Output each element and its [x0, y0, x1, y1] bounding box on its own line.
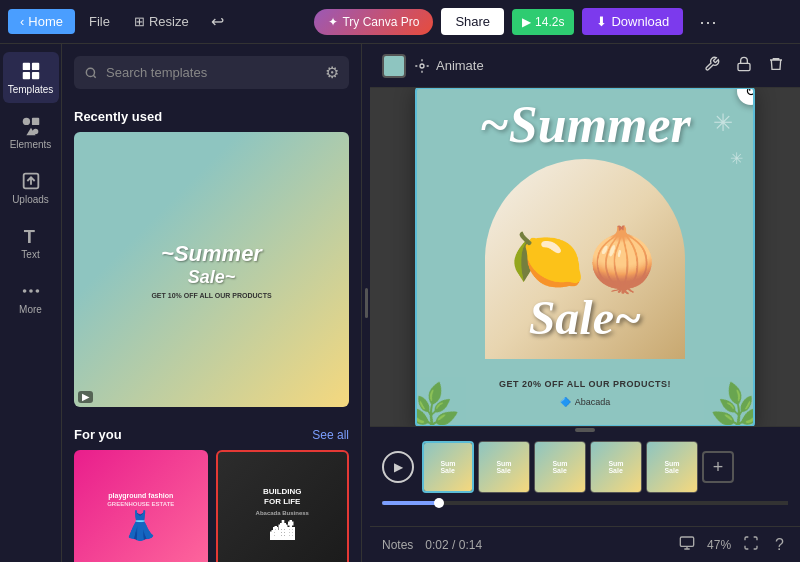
timeline-thumb-5[interactable]: SumSale	[646, 441, 698, 493]
timeline-thumb-3[interactable]: SumSale	[534, 441, 586, 493]
tilde-summer: ~Summer	[479, 96, 691, 153]
canvas-card[interactable]: 🌿 🌿 ✳ ✳ ~Summer 🍋🧅 Sale~ GET 20% OFF ALL…	[415, 88, 755, 426]
for-you-grid: playground fashion GREENHOUSE ESTATE 👗 B…	[62, 450, 361, 562]
template-item-building[interactable]: BUILDINGFOR LIFE Abacada Business 🏙 ▶	[216, 450, 350, 562]
download-icon: ⬇	[596, 14, 607, 29]
template-item-fashion[interactable]: playground fashion GREENHOUSE ESTATE 👗	[74, 450, 208, 562]
svg-rect-16	[680, 537, 693, 546]
sale-text: Sale~	[417, 290, 753, 345]
timeline-handle[interactable]	[434, 498, 444, 508]
svg-rect-15	[738, 63, 750, 70]
sidebar-icons: Templates Elements Uploads T Text	[0, 44, 62, 562]
panel-resize-handle[interactable]	[362, 44, 370, 562]
play-button[interactable]: ▶	[382, 451, 414, 483]
undo-button[interactable]: ↩	[203, 7, 232, 36]
timeline-thumb-2[interactable]: SumSale	[478, 441, 530, 493]
svg-rect-3	[31, 72, 38, 79]
recently-used-template[interactable]: ~Summer Sale~ GET 10% OFF ALL OUR PRODUC…	[74, 132, 349, 407]
timeline-thumb-4[interactable]: SumSale	[590, 441, 642, 493]
more-icon	[20, 280, 42, 302]
svg-rect-7	[32, 129, 38, 135]
wrench-icon	[704, 56, 720, 72]
svg-text:T: T	[23, 226, 34, 247]
animate-button[interactable]: Animate	[414, 58, 484, 74]
svg-point-12	[35, 289, 39, 293]
svg-point-14	[420, 64, 424, 68]
more-options-button[interactable]: ⋯	[691, 5, 725, 39]
zoom-button[interactable]: 47%	[707, 538, 731, 552]
monitor-view-button[interactable]	[675, 533, 699, 557]
resize-icon: ⊞	[134, 14, 145, 29]
lock-button[interactable]	[732, 52, 756, 80]
timeline-controls: ▶ SumSale SumSale SumSale SumSale	[370, 433, 800, 501]
svg-rect-2	[22, 72, 29, 79]
timeline-thumb-1[interactable]: SumSale	[422, 441, 474, 493]
sidebar-item-more[interactable]: More	[3, 272, 59, 323]
canvas-toolbar: Animate	[370, 44, 800, 88]
svg-point-13	[86, 68, 94, 76]
download-button[interactable]: ⬇ Download	[582, 8, 683, 35]
delete-button[interactable]	[764, 52, 788, 80]
elements-icon	[20, 115, 42, 137]
play-overlay: ▶	[78, 391, 93, 403]
svg-point-11	[29, 289, 33, 293]
svg-point-10	[22, 289, 26, 293]
timer-badge[interactable]: ▶ 14.2s	[512, 9, 574, 35]
svg-rect-0	[22, 63, 29, 70]
monitor-icon	[679, 535, 695, 551]
text-icon: T	[20, 225, 42, 247]
search-icon	[84, 66, 98, 80]
see-all-button[interactable]: See all	[312, 428, 349, 442]
wrench-button[interactable]	[700, 52, 724, 80]
svg-point-4	[22, 118, 29, 125]
topbar-center: ✦ Try Canva Pro Share ▶ 14.2s ⬇ Download…	[240, 5, 800, 39]
main-layout: Templates Elements Uploads T Text	[0, 44, 800, 562]
topbar-left: ‹ Home File ⊞ Resize ↩	[0, 7, 240, 36]
for-you-section-header: For you See all	[62, 419, 361, 450]
sidebar-item-uploads[interactable]: Uploads	[3, 162, 59, 213]
chevron-left-icon: ‹	[20, 14, 24, 29]
help-button[interactable]: ?	[771, 534, 788, 556]
share-button[interactable]: Share	[441, 8, 504, 35]
color-swatch[interactable]	[382, 54, 406, 78]
topbar: ‹ Home File ⊞ Resize ↩ ✦ Try Canva Pro S…	[0, 0, 800, 44]
trash-icon	[768, 56, 784, 72]
for-you-title: For you	[74, 427, 122, 442]
toolbar-right	[700, 52, 788, 80]
brand-text: 🔷 Abacada	[417, 397, 753, 407]
svg-rect-5	[31, 118, 38, 125]
search-input[interactable]	[106, 65, 317, 80]
resize-button[interactable]: ⊞ Resize	[124, 9, 199, 34]
templates-panel: ⚙ Recently used ~Summer Sale~ GET 10% OF…	[62, 44, 362, 562]
svg-rect-1	[31, 63, 38, 70]
canvas-workspace[interactable]: 🌿 🌿 ✳ ✳ ~Summer 🍋🧅 Sale~ GET 20% OFF ALL…	[370, 88, 800, 426]
recently-used-title: Recently used	[62, 101, 361, 132]
search-bar: ⚙	[62, 44, 361, 101]
timeline-area: ▶ SumSale SumSale SumSale SumSale	[370, 426, 800, 526]
sidebar-item-templates[interactable]: Templates	[3, 52, 59, 103]
sidebar-item-text[interactable]: T Text	[3, 217, 59, 268]
expand-icon	[743, 535, 759, 551]
fullscreen-button[interactable]	[739, 533, 763, 557]
status-right: 47% ?	[675, 533, 788, 557]
try-canva-pro-button[interactable]: ✦ Try Canva Pro	[314, 9, 433, 35]
timeline-progress-bar[interactable]	[382, 501, 788, 505]
templates-icon	[20, 60, 42, 82]
add-frame-button[interactable]: +	[702, 451, 734, 483]
summer-title: ~Summer	[417, 99, 753, 151]
animate-icon	[414, 58, 430, 74]
file-button[interactable]: File	[79, 9, 120, 34]
sidebar-item-elements[interactable]: Elements	[3, 107, 59, 158]
home-button[interactable]: ‹ Home	[8, 9, 75, 34]
notes-button[interactable]: Notes	[382, 538, 413, 552]
search-input-wrap: ⚙	[74, 56, 349, 89]
time-display: 0:02 / 0:14	[425, 538, 482, 552]
timeline-progress-fill	[382, 501, 439, 505]
lock-icon	[736, 56, 752, 72]
star-icon: ✦	[328, 15, 338, 29]
play-icon: ▶	[522, 15, 531, 29]
status-bar: Notes 0:02 / 0:14 47%	[370, 526, 800, 562]
filter-icon[interactable]: ⚙	[325, 63, 339, 82]
canvas-area: Animate	[370, 44, 800, 562]
timeline-scroll[interactable]: SumSale SumSale SumSale SumSale SumSale …	[422, 441, 788, 493]
